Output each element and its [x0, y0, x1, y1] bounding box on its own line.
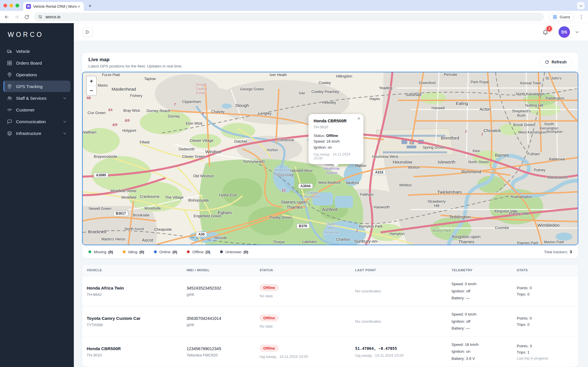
map-place-label: Brentford	[441, 135, 459, 141]
telemetry-cell: Speed: 16 km/hIgnition: onBattery: 3.9 V	[452, 341, 517, 362]
sidebar-item-orders-board[interactable]: Orders Board	[3, 57, 70, 69]
map-place-label: Datchet	[234, 139, 247, 143]
site-settings-icon[interactable]	[38, 15, 43, 19]
url-bar[interactable]: worco.io	[34, 13, 544, 21]
map-place-label: Laleham	[302, 240, 316, 244]
road-badge: A3095	[94, 173, 108, 178]
map-place-label: Kingston upon Thames	[452, 234, 480, 244]
sidebar-item-customer[interactable]: Customer	[3, 104, 70, 115]
sidebar-item-operations[interactable]: Operations	[3, 69, 70, 80]
map-legend: Moving(0)Idling(0)Online(0)Offline(3)Unk…	[82, 245, 578, 258]
vehicle-popup: × Honda CBR500R TH-3010 Status: Offline …	[308, 114, 363, 164]
map-place-label: Greenford	[419, 81, 436, 85]
sidebar-item-communication[interactable]: Communication	[3, 116, 70, 127]
stats-cell: Points: 0Trips: 0	[517, 285, 578, 297]
reload-icon[interactable]	[24, 14, 29, 20]
close-window-button[interactable]	[3, 4, 7, 7]
popup-vehicle-name: Honda CBR500R	[314, 119, 358, 123]
table-body: Honda Africa TwinTH-6642345243523452332g…	[82, 276, 578, 367]
table-row[interactable]: Toyota Camry Custom CarTYTA5883563070424…	[82, 306, 578, 337]
map-place-label: Strawberry Hill	[428, 200, 446, 208]
browser-tab[interactable]: W Vehicle Rental CRM | Worco ×	[23, 2, 84, 11]
map-place-label: Furze Platt	[102, 73, 120, 77]
chevron-down-icon	[63, 131, 67, 135]
sidebar-item-label: Customer	[16, 107, 35, 112]
legend-label: Unknown	[225, 250, 241, 254]
zoom-in-button[interactable]: +	[87, 76, 96, 86]
vehicle-cell: Honda Africa TwinTH-6642	[87, 286, 187, 297]
popup-vehicle-plate: TH-3010	[314, 125, 358, 129]
map-place-label: Hayes	[369, 97, 380, 101]
popup-close-icon[interactable]: ×	[357, 116, 360, 121]
legend-label: Idling	[128, 250, 137, 254]
map-place-label: Chiswick	[483, 128, 501, 133]
map-place-label: Whitton	[399, 183, 412, 188]
popup-ignition-line: Ignition: on	[314, 145, 358, 150]
vehicle-plate: TH-6642	[87, 292, 187, 297]
zoom-out-button[interactable]: −	[87, 86, 96, 95]
table-row[interactable]: Honda Africa TwinTH-6642345243523452332g…	[82, 276, 578, 306]
map-place-label: Cowley	[319, 81, 331, 85]
tab-search-chevron-icon[interactable]	[577, 2, 585, 9]
column-header-telemetry: TELEMETRY	[452, 268, 517, 272]
map-place-label: Fulham	[527, 152, 540, 156]
forward-icon[interactable]	[14, 14, 19, 20]
map-place-label: Iver	[299, 91, 305, 95]
map-place-label: Taplow	[144, 77, 156, 81]
stats-line: Trips: 0	[517, 322, 578, 328]
avatar[interactable]: DS	[559, 26, 570, 38]
browser-menu-kebab-icon[interactable]	[579, 14, 584, 20]
map-place-label: Englefield Green	[194, 214, 221, 218]
refresh-button[interactable]: Refresh	[539, 57, 572, 67]
map-place-label: Ealing	[456, 101, 468, 106]
map-place-label: Worton	[408, 165, 420, 169]
status-cell: Offlineгод назад · 14.11.2024 23:00	[260, 345, 355, 359]
map-place-label: Eton Wick	[186, 121, 203, 126]
tab-close-icon[interactable]: ×	[77, 4, 81, 9]
junction-label: 1	[356, 229, 358, 233]
vehicle-cell: Honda CBR500RTH-3010	[87, 346, 187, 357]
sidebar-item-vehicle[interactable]: Vehicle	[3, 45, 70, 57]
sidebar-item-infrastructure[interactable]: Infrastructure	[3, 127, 70, 139]
layers-icon	[7, 131, 12, 136]
maximize-window-button[interactable]	[15, 4, 19, 7]
sidebar-item-staff-services[interactable]: Staff & Services	[3, 92, 70, 104]
table-row[interactable]: Honda CBR500RTH-3010123456789012345Telto…	[82, 337, 578, 367]
map-place-label: Hillingdon	[336, 74, 352, 78]
sidebar-collapse-button[interactable]	[82, 27, 93, 37]
telemetry-line: Ignition: off	[452, 318, 517, 325]
map-place-label: Twickenham	[437, 190, 462, 195]
legend-item-online: Online(0)	[154, 250, 177, 254]
map-place-label: West Bedfont	[318, 181, 340, 185]
vehicle-name: Honda Africa Twin	[87, 286, 187, 290]
map-place-label: North Sheen	[468, 160, 489, 164]
map-place-label: George Green	[240, 87, 264, 91]
column-header-imei-model: IMEI / MODEL	[187, 268, 260, 272]
map-place-label: Slough Trading Estate	[195, 83, 207, 95]
profile-chevron-down-icon[interactable]	[575, 30, 579, 34]
map-place-label: Yiewsley	[321, 101, 336, 105]
vehicle-name: Honda CBR500R	[87, 346, 187, 351]
live-map[interactable]: Furze PlattTaplowMaidenheadSt MarksFishe…	[82, 72, 578, 245]
telemetry-line: Battery: 3.9 V	[452, 355, 517, 362]
map-place-label: Newell Green	[89, 207, 111, 211]
map-place-label: St. John's	[545, 76, 562, 81]
status-cell: OfflineNo data	[260, 314, 355, 328]
legend-label: Online	[159, 250, 171, 254]
stats-line: Points: 3	[517, 343, 578, 349]
map-place-label: Barnes	[495, 153, 509, 158]
last-point-time: год назад · 14.11.2024 23:00	[355, 353, 452, 358]
status-badge: Offline	[260, 314, 279, 322]
back-icon[interactable]	[4, 14, 9, 20]
new-tab-button[interactable]: +	[88, 3, 92, 9]
window-controls[interactable]	[3, 0, 19, 11]
notifications-button[interactable]: 2	[542, 29, 549, 35]
sidebar-nav: VehicleOrders BoardOperationsGPS Trackin…	[0, 45, 74, 139]
popup-speed-line: Speed: 16 km/h	[314, 139, 358, 144]
sidebar-item-gps-tracking[interactable]: GPS Tracking	[3, 81, 70, 92]
telemetry-line: Ignition: off	[452, 288, 517, 295]
map-place-label: Paddington	[546, 96, 565, 101]
map-place-label: Clewer Village	[190, 138, 213, 143]
minimize-window-button[interactable]	[9, 4, 13, 7]
guest-profile-button[interactable]: Guest	[549, 13, 574, 21]
